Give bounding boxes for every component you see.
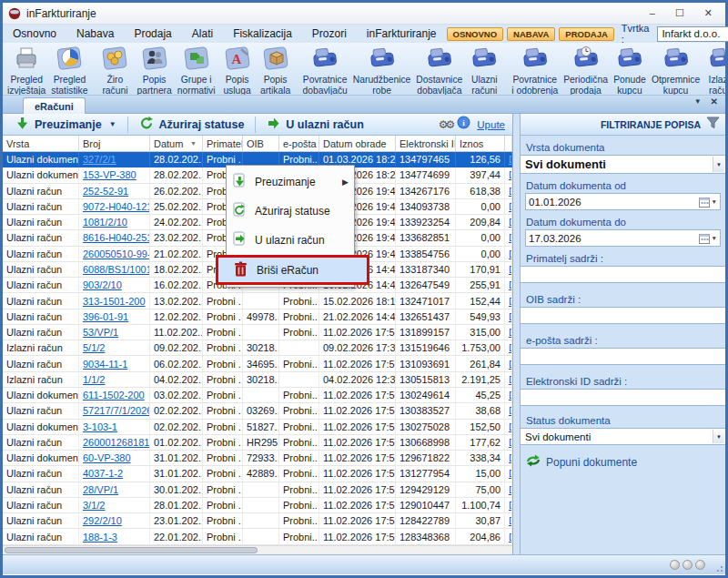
table-row[interactable]: Izlazni račun5/1/209.02.202...Probni ...… xyxy=(3,340,512,356)
document-link[interactable]: 28/VP/1 xyxy=(83,484,118,495)
filter-funnel-icon[interactable] xyxy=(706,117,720,133)
company-select[interactable]: Infarkt d.o.o. ▼ xyxy=(657,26,728,42)
ribbon-button-narudzbenice-robe[interactable]: Narudžbenicerobe xyxy=(350,44,414,96)
menubar-item-prozori[interactable]: Prozori xyxy=(302,25,357,43)
minimize-button[interactable]: – xyxy=(650,7,655,19)
document-link[interactable]: 6088/BS1/1001 xyxy=(83,264,150,275)
table-row[interactable]: Ulazni račun53/VP/111.02.202...Probni ..… xyxy=(3,325,512,340)
document-link[interactable]: 260001268181-... xyxy=(83,437,150,448)
ribbon-button-pregled-statistike[interactable]: Pregledstatistike xyxy=(48,44,90,96)
document-link[interactable]: 1/1/2 xyxy=(83,374,105,385)
document-link[interactable]: 9072-H040-12166 xyxy=(83,201,150,212)
tab-list-dropdown-icon[interactable]: ▼ xyxy=(694,97,702,106)
context-menu-item-preuzimanje[interactable]: Preuzimanje▶ xyxy=(227,167,354,197)
table-row[interactable]: Ulazni račun3/1/228.01.202...Probni ...P… xyxy=(3,498,512,513)
document-link[interactable]: 57217/7/1/2026 xyxy=(83,405,150,416)
table-row[interactable]: Ulazni račun292/2/1023.01.202...Probni .… xyxy=(3,513,512,529)
datum-od-input[interactable] xyxy=(526,194,699,209)
document-link[interactable]: 292/2/10 xyxy=(83,515,122,526)
context-menu-item-azuriraj-statuse[interactable]: Ažuriraj statuse xyxy=(227,197,354,226)
document-link[interactable]: 4037-1-2 xyxy=(83,468,123,479)
table-row[interactable]: Ulazni dokument3-103-102.02.202...Probni… xyxy=(3,420,512,435)
document-link[interactable]: 1081/2/10 xyxy=(83,217,127,228)
document-link[interactable]: 252-52-91 xyxy=(83,186,128,197)
menubar-item-nabava[interactable]: Nabava xyxy=(66,25,124,43)
tab-eracuni[interactable]: eRačuni xyxy=(23,97,86,114)
primatelj-input[interactable] xyxy=(521,267,725,282)
ribbon-button-ponude-kupcu[interactable]: Ponudekupcu xyxy=(611,44,649,96)
table-row[interactable]: Ulazni račun4037-1-231.01.202...Probni .… xyxy=(3,466,512,482)
close-button[interactable]: ✕ xyxy=(704,7,713,19)
tab-close-icon[interactable]: ✕ xyxy=(711,96,718,106)
document-link[interactable]: 903/2/10 xyxy=(83,279,122,290)
document-link[interactable]: 327/2/1 xyxy=(83,154,116,165)
ribbon-button-otpremnice-kupcu[interactable]: Otpremnicekupcu xyxy=(649,44,703,96)
table-row[interactable]: Ulazni račun57217/7/1/202602.02.202...Pr… xyxy=(3,403,512,419)
column-header-vrsta[interactable]: Vrsta xyxy=(3,136,79,151)
document-link[interactable]: 8616-H040-25148 xyxy=(83,232,150,243)
datum-do-input[interactable] xyxy=(526,230,699,246)
chevron-down-icon[interactable]: ▼ xyxy=(109,120,116,128)
table-row[interactable]: Izlazni račun1/1/204.02.202...Probni ...… xyxy=(3,372,512,388)
ribbon-button-ziro-racuni[interactable]: Žiroračuni xyxy=(96,44,134,96)
eid-input[interactable] xyxy=(521,390,725,405)
ribbon-button-povratnice-i-odobrenja[interactable]: Povratnicei odobrenja xyxy=(509,44,561,96)
info-icon[interactable]: i xyxy=(457,116,470,133)
document-link[interactable]: 260050510-99-02 xyxy=(83,248,150,259)
eposta-input[interactable] xyxy=(521,349,725,364)
document-link[interactable]: 3-103-1 xyxy=(83,421,117,432)
menubar-item-prodaja[interactable]: Prodaja xyxy=(124,25,181,43)
status-dokumenta-select[interactable]: Svi dokumenti ▼ xyxy=(521,428,725,445)
ribbon-button-izlazni-racuni[interactable]: Izlazniračuni xyxy=(703,44,725,96)
menubar-item-infarkturiranje[interactable]: inFarkturiranje xyxy=(357,25,447,43)
table-row[interactable]: Ulazni račun313-1501-20013.02.202...Prob… xyxy=(3,293,512,309)
ribbon-button-pregled-izvjestaja[interactable]: Pregledizvještaja xyxy=(5,44,48,96)
panel-splitter[interactable] xyxy=(512,114,520,554)
column-header-datum-obrade[interactable]: Datum obrade xyxy=(319,136,396,151)
context-menu-item-u-ulazni-racun[interactable]: U ulazni račun xyxy=(227,226,354,255)
table-row[interactable]: Ulazni dokument611-1502-20003.02.202...P… xyxy=(3,388,512,403)
document-link[interactable]: 153-VP-380 xyxy=(83,169,136,180)
table-row[interactable]: Ulazni račun9034-11-106.02.202...Probni … xyxy=(3,356,512,371)
chevron-down-icon[interactable]: ▼ xyxy=(712,235,717,241)
horizontal-scrollbar-thumb[interactable] xyxy=(5,547,258,553)
quick-button-prodaja[interactable]: PRODAJA xyxy=(559,27,613,41)
context-menu-item-brisi-eracun[interactable]: Briši eRačun xyxy=(216,255,369,285)
column-header-elektronski-id[interactable]: Elektronski ID xyxy=(396,136,456,151)
chevron-down-icon[interactable]: ▼ xyxy=(713,430,724,443)
oib-input[interactable] xyxy=(521,308,725,323)
column-header-datum[interactable]: Datum xyxy=(150,136,203,151)
ribbon-button-dostavnice-dobavljaca[interactable]: Dostavnicedobavljača xyxy=(413,44,465,96)
document-link[interactable]: 53/VP/1 xyxy=(83,327,118,338)
quick-button-nabava[interactable]: NABAVA xyxy=(507,27,555,41)
table-row[interactable]: Ulazni račun396-01-9112.02.202...Probni … xyxy=(3,309,512,325)
column-header-broj[interactable]: Broj xyxy=(79,136,150,151)
ribbon-button-ulazni-racuni[interactable]: Ulazniračuni xyxy=(465,44,503,96)
document-link[interactable]: 3/1/2 xyxy=(83,500,105,511)
status-indicator-circles[interactable] xyxy=(670,560,705,570)
ribbon-button-popis-partnera[interactable]: Popispartnera xyxy=(134,44,174,96)
vrsta-dokumenta-select[interactable]: Svi dokumenti ▼ xyxy=(521,155,725,174)
menubar-item-osnovno[interactable]: Osnovno xyxy=(3,25,66,43)
azuriraj-statuse-button[interactable]: Ažuriraj statuse xyxy=(130,115,254,135)
document-link[interactable]: 611-1502-200 xyxy=(83,390,145,401)
preuzimanje-button[interactable]: Preuzimanje▼ xyxy=(6,115,126,135)
column-header-e-posta[interactable]: e-pošta xyxy=(279,136,319,151)
table-row[interactable]: Ulazni dokument60-VP-38031.01.202...Prob… xyxy=(3,451,512,466)
chevron-down-icon[interactable]: ▼ xyxy=(712,198,717,205)
upute-help-link[interactable]: Upute xyxy=(477,119,505,130)
ribbon-button-povratnice-dobavljacu[interactable]: Povratnicedobavljaču xyxy=(300,44,350,96)
ribbon-button-periodicna-prodaja[interactable]: Periodičnaprodaja xyxy=(561,44,611,96)
column-header-primatelj[interactable]: Primatelj xyxy=(203,136,243,151)
document-link[interactable]: 9034-11-1 xyxy=(83,359,127,370)
table-row[interactable]: Ulazni račun260001268181-...01.02.202...… xyxy=(3,435,512,451)
column-header-link[interactable] xyxy=(505,136,512,151)
menubar-item-fiskalizacija[interactable]: Fiskalizacija xyxy=(223,25,302,43)
ribbon-button-grupe-i-normativi[interactable]: Grupe inormativi xyxy=(175,44,218,96)
maximize-button[interactable]: ☐ xyxy=(675,7,684,19)
column-header-iznos[interactable]: Iznos xyxy=(456,136,505,151)
document-link[interactable]: 5/1/2 xyxy=(83,342,105,353)
settings-gears-icon[interactable]: ⚙⚙ xyxy=(439,118,453,131)
menubar-item-alati[interactable]: Alati xyxy=(182,25,223,43)
document-link[interactable]: 313-1501-200 xyxy=(83,296,146,307)
